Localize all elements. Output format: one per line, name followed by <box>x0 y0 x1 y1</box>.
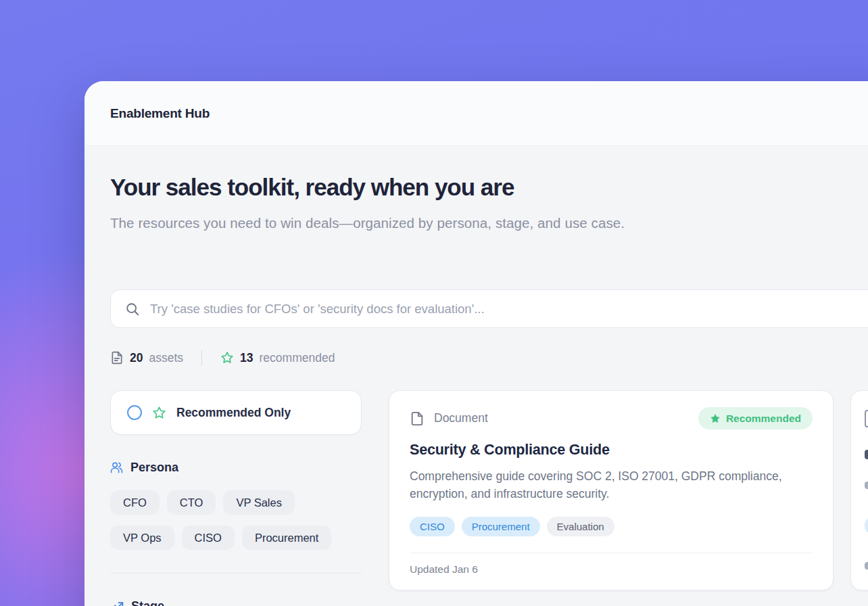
app-header: Enablement Hub <box>85 81 868 146</box>
page-subtitle: The resources you need to win deals—orga… <box>110 212 625 235</box>
divider <box>201 350 202 365</box>
asset-card-header: Document Recommended <box>410 407 813 429</box>
recommended-count: 13 <box>240 351 253 365</box>
tag-ciso[interactable]: CISO <box>410 517 455 536</box>
recommended-label: recommended <box>260 351 335 365</box>
enablement-hub-window: Enablement Hub Your sales toolkit, ready… <box>85 81 868 606</box>
search-bar[interactable] <box>110 289 868 328</box>
filter-sidebar: Recommended Only Persona CFO CTO VP Sale… <box>110 390 362 606</box>
search-icon <box>125 302 140 317</box>
recommended-badge: Recommended <box>698 407 813 429</box>
asset-type: Document <box>410 411 488 426</box>
search-input[interactable] <box>150 302 868 317</box>
star-icon <box>152 406 166 420</box>
radio-circle-icon[interactable] <box>127 405 142 420</box>
recommended-badge-label: Recommended <box>726 413 801 425</box>
asset-type-label: Document <box>434 411 488 425</box>
document-icon <box>865 410 868 427</box>
persona-chip-procurement[interactable]: Procurement <box>242 526 331 550</box>
divider <box>410 553 813 553</box>
persona-section-heading: Persona <box>110 461 362 475</box>
asset-title: Security & Compliance Guide <box>410 442 813 459</box>
assets-count-stat: 20 assets <box>110 351 183 365</box>
divider <box>110 573 362 574</box>
stage-section-heading: Stage <box>110 599 362 606</box>
users-icon <box>110 461 123 474</box>
star-icon <box>220 351 234 365</box>
tag-fragment <box>865 516 868 535</box>
persona-chip-cfo[interactable]: CFO <box>110 490 160 515</box>
asset-updated-date: Updated Jan 6 <box>410 563 813 576</box>
recommended-only-label: Recommended Only <box>176 406 291 420</box>
asset-card-partial[interactable] <box>850 390 868 590</box>
page-background: Enablement Hub Your sales toolkit, ready… <box>0 0 868 606</box>
asset-tag-row: CISO Procurement Evaluation <box>410 517 813 536</box>
page-title: Your sales toolkit, ready when you are <box>110 174 514 201</box>
asset-card-security-compliance-guide[interactable]: Document Recommended Security & Complian… <box>389 390 834 590</box>
persona-chip-vp-ops[interactable]: VP Ops <box>110 526 174 550</box>
persona-chip-group: CFO CTO VP Sales VP Ops CISO Procurement <box>110 490 362 550</box>
persona-chip-vp-sales[interactable]: VP Sales <box>223 490 295 515</box>
tag-evaluation[interactable]: Evaluation <box>547 517 614 536</box>
tag-procurement[interactable]: Procurement <box>462 517 540 536</box>
recommended-only-toggle[interactable]: Recommended Only <box>110 390 362 435</box>
stats-row: 20 assets 13 recommended <box>110 349 335 367</box>
asset-updated-fragment <box>865 562 868 569</box>
assets-count: 20 <box>130 351 143 365</box>
assets-label: assets <box>149 351 183 365</box>
file-text-icon <box>110 351 124 365</box>
app-body: Your sales toolkit, ready when you are T… <box>85 147 868 606</box>
trending-up-icon <box>110 600 124 606</box>
recommended-count-stat: 13 recommended <box>220 351 335 365</box>
asset-description-fragment <box>865 482 868 489</box>
persona-chip-ciso[interactable]: CISO <box>182 526 235 550</box>
persona-chip-cto[interactable]: CTO <box>167 490 216 515</box>
persona-label: Persona <box>130 461 178 475</box>
document-icon <box>410 411 425 426</box>
stage-label: Stage <box>131 599 164 606</box>
star-icon <box>710 413 721 424</box>
app-title: Enablement Hub <box>110 106 210 121</box>
asset-description: Comprehensive guide covering SOC 2, ISO … <box>410 467 802 503</box>
asset-title-fragment <box>865 450 868 459</box>
